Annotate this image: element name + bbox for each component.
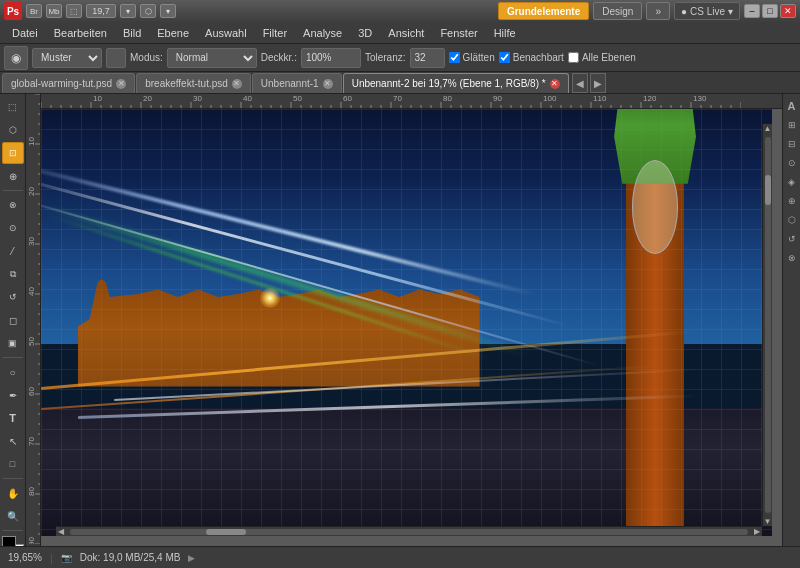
scroll-track-h[interactable] [70, 529, 748, 535]
tool-icon[interactable]: ◉ [4, 46, 28, 70]
tab-global-warming-close[interactable]: ✕ [116, 79, 126, 89]
right-tool-5[interactable]: ⊕ [784, 193, 800, 209]
menu-datei[interactable]: Datei [4, 23, 46, 43]
right-tool-6[interactable]: ⬡ [784, 212, 800, 228]
preset-select[interactable]: Muster [32, 48, 102, 68]
tab-unbenannt2[interactable]: Unbenannt-2 bei 19,7% (Ebene 1, RGB/8) *… [343, 73, 569, 93]
tool-hand[interactable]: ✋ [2, 482, 24, 504]
cs-live-btn[interactable]: ● CS Live ▾ [674, 2, 740, 20]
tool-lasso[interactable]: ⬡ [2, 119, 24, 141]
right-tool-2[interactable]: ⊟ [784, 136, 800, 152]
right-tool-8[interactable]: ⊗ [784, 250, 800, 266]
menu-bearbeiten[interactable]: Bearbeiten [46, 23, 115, 43]
scroll-thumb-h[interactable] [206, 529, 246, 535]
scroll-track-v[interactable] [765, 137, 771, 513]
right-tool-3[interactable]: ⊙ [784, 155, 800, 171]
right-tool-4[interactable]: ◈ [784, 174, 800, 190]
layout-dropdown[interactable]: ▾ [160, 4, 176, 18]
grundelemente-btn[interactable]: Grundelemente [498, 2, 589, 20]
tool-eyedropper[interactable]: ⊗ [2, 194, 24, 216]
tool-dodge[interactable]: ○ [2, 361, 24, 383]
tool-crop[interactable]: ⊕ [2, 165, 24, 187]
tool-brush[interactable]: ∕ [2, 240, 24, 262]
scroll-thumb-v[interactable] [765, 175, 771, 205]
menu-ebene[interactable]: Ebene [149, 23, 197, 43]
close-button[interactable]: ✕ [780, 4, 796, 18]
mb-button[interactable]: Mb [46, 4, 62, 18]
tab-unbenannt2-close[interactable]: ✕ [550, 79, 560, 89]
layout-button[interactable]: ⬡ [140, 4, 156, 18]
workspace: ⬚ ⬡ ⊡ ⊕ ⊗ ⊙ ∕ ⧉ ↺ ◻ ▣ ○ ✒ T ↖ □ ✋ 🔍 [0, 94, 800, 546]
canvas-area[interactable]: ◀ ▶ ▲ ▼ [26, 94, 782, 546]
scroll-down-arrow[interactable]: ▼ [763, 517, 773, 526]
glaetten-checkbox[interactable] [449, 52, 460, 63]
menu-auswahl[interactable]: Auswahl [197, 23, 255, 43]
tab-global-warming[interactable]: global-warming-tut.psd ✕ [2, 73, 135, 93]
more-workspaces-btn[interactable]: » [646, 2, 670, 20]
foreground-color[interactable] [2, 536, 16, 546]
tab-unbenannt1-close[interactable]: ✕ [323, 79, 333, 89]
right-tool-7[interactable]: ↺ [784, 231, 800, 247]
pattern-swatch[interactable] [106, 48, 126, 68]
right-tool-1[interactable]: ⊞ [784, 117, 800, 133]
alle-ebenen-group: Alle Ebenen [568, 52, 636, 63]
minimize-button[interactable]: – [744, 4, 760, 18]
tool-shape[interactable]: □ [2, 453, 24, 475]
tab-unbenannt1-label: Unbenannt-1 [261, 78, 319, 89]
tool-path-selection[interactable]: ↖ [2, 430, 24, 452]
benachbart-checkbox[interactable] [499, 52, 510, 63]
menu-hilfe[interactable]: Hilfe [486, 23, 524, 43]
tool-separator-1 [3, 190, 23, 191]
toleranz-input[interactable] [410, 48, 445, 68]
tab-bar: global-warming-tut.psd ✕ breakeffekt-tut… [0, 72, 800, 94]
tool-marquee[interactable]: ⬚ [2, 96, 24, 118]
camera-icon[interactable]: 📷 [61, 553, 72, 563]
menu-bild[interactable]: Bild [115, 23, 149, 43]
design-btn[interactable]: Design [593, 2, 642, 20]
status-arrow[interactable]: ▶ [188, 553, 195, 563]
tab-breakeffekt[interactable]: breakeffekt-tut.psd ✕ [136, 73, 251, 93]
tab-breakeffekt-close[interactable]: ✕ [232, 79, 242, 89]
scrollbar-vertical[interactable]: ▲ ▼ [762, 124, 772, 526]
maximize-button[interactable]: □ [762, 4, 778, 18]
alle-ebenen-checkbox[interactable] [568, 52, 579, 63]
color-swatches[interactable] [2, 536, 24, 546]
glaetten-group: Glätten [449, 52, 495, 63]
cs-live-arrow: ▾ [728, 6, 733, 17]
tab-scroll-left[interactable]: ◀ [572, 73, 588, 93]
menu-ansicht[interactable]: Ansicht [380, 23, 432, 43]
menu-fenster[interactable]: Fenster [432, 23, 485, 43]
benachbart-label: Benachbart [513, 52, 564, 63]
tool-gradient[interactable]: ▣ [2, 332, 24, 354]
tool-zoom[interactable]: 🔍 [2, 505, 24, 527]
right-tool-text[interactable]: A [784, 98, 800, 114]
deckkr-input[interactable] [301, 48, 361, 68]
arrange-button[interactable]: ⬚ [66, 4, 82, 18]
zoom-display: 19,7 [86, 4, 116, 18]
london-image[interactable] [41, 109, 772, 536]
modus-select[interactable]: Normal [167, 48, 257, 68]
menu-filter[interactable]: Filter [255, 23, 295, 43]
tool-type[interactable]: T [2, 407, 24, 429]
tool-separator-4 [3, 530, 23, 531]
tool-pen[interactable]: ✒ [2, 384, 24, 406]
menu-3d[interactable]: 3D [350, 23, 380, 43]
scroll-right-arrow[interactable]: ▶ [752, 527, 762, 536]
tool-history-brush[interactable]: ↺ [2, 286, 24, 308]
tool-magic-wand[interactable]: ⊡ [2, 142, 24, 164]
zoom-dropdown[interactable]: ▾ [120, 4, 136, 18]
tool-healing[interactable]: ⊙ [2, 217, 24, 239]
scroll-up-arrow[interactable]: ▲ [763, 124, 773, 133]
tool-clone[interactable]: ⧉ [2, 263, 24, 285]
tab-global-warming-label: global-warming-tut.psd [11, 78, 112, 89]
canvas-wrapper[interactable]: ◀ ▶ ▲ ▼ [41, 109, 772, 536]
menu-analyse[interactable]: Analyse [295, 23, 350, 43]
tab-scroll-right[interactable]: ▶ [590, 73, 606, 93]
glaetten-label: Glätten [463, 52, 495, 63]
alle-ebenen-label: Alle Ebenen [582, 52, 636, 63]
scrollbar-horizontal[interactable]: ◀ ▶ [56, 526, 762, 536]
br-button[interactable]: Br [26, 4, 42, 18]
scroll-left-arrow[interactable]: ◀ [56, 527, 66, 536]
tab-unbenannt1[interactable]: Unbenannt-1 ✕ [252, 73, 342, 93]
tool-eraser[interactable]: ◻ [2, 309, 24, 331]
